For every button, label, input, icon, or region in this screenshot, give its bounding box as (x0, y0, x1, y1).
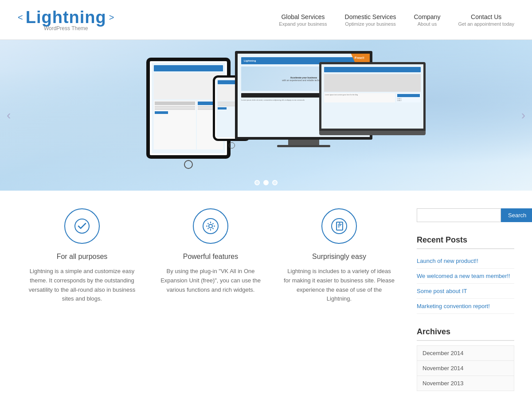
laptop-device: Lorem ipsum text content goes here for t… (319, 62, 426, 135)
feature-easy-title: Surprisingly easy (284, 253, 395, 261)
recent-posts-widget: Recent Posts Launch of new product!! We … (417, 235, 514, 314)
svg-point-2 (209, 224, 212, 228)
hero-dots (254, 180, 278, 185)
search-button[interactable]: Search (501, 208, 532, 222)
nav-item-0[interactable]: Global ServicesExpand your business (279, 13, 327, 27)
hero-slider: ‹ (0, 40, 532, 191)
archive-nov-2013[interactable]: November 2013 (417, 376, 514, 391)
logo-left-arrow: < (18, 12, 23, 23)
features-section: For all purposes Lightning is a simple a… (18, 208, 403, 391)
hero-dot-1[interactable] (254, 180, 260, 185)
hero-devices: Lightning Accelerate your businesswith a… (111, 49, 421, 182)
archive-nov-2014[interactable]: November 2014 (417, 360, 514, 376)
feature-easy: Surprisingly easy Lightning is includes … (275, 208, 403, 391)
sidebar: Search Recent Posts Launch of new produc… (417, 208, 514, 391)
feature-powerful-title: Powerful features (155, 253, 266, 261)
nav-item-1[interactable]: Domestic ServicesOptimize your business (345, 13, 396, 27)
logo-text: Lightning (26, 8, 106, 27)
header: < Lightning > WordPress Theme Global Ser… (0, 0, 532, 40)
logo-right-arrow: > (109, 12, 114, 23)
recent-posts-title: Recent Posts (417, 235, 514, 249)
nav-item-2[interactable]: CompanyAbout us (414, 13, 440, 27)
search-input[interactable] (417, 208, 501, 222)
hero-prev-arrow[interactable]: ‹ (7, 108, 11, 122)
archive-dec-2014[interactable]: December 2014 (417, 345, 514, 361)
logo: < Lightning > WordPress Theme (18, 8, 114, 31)
feature-easy-desc: Lightning is includes to a variety of id… (284, 267, 395, 304)
search-widget: Search (417, 208, 514, 222)
features-and-sidebar: For all purposes Lightning is a simple a… (0, 191, 532, 399)
svg-point-0 (75, 219, 89, 233)
feature-all-purposes-title: For all purposes (27, 253, 137, 261)
feature-powerful-desc: By using the plug-in "VK All in One Expa… (155, 267, 266, 294)
feature-all-purposes-desc: Lightning is a simple and customize easy… (27, 267, 137, 304)
recent-post-1[interactable]: Launch of new product!! (417, 254, 514, 269)
feature-document-icon (321, 208, 357, 244)
feature-checkmark-icon (64, 208, 100, 244)
recent-post-3[interactable]: Some post about IT (417, 284, 514, 299)
main-nav: Global ServicesExpand your businessDomes… (279, 13, 514, 27)
recent-post-4[interactable]: Marketing convention report! (417, 299, 514, 314)
feature-powerful: Powerful features By using the plug-in "… (146, 208, 275, 391)
archives-title: Archives (417, 327, 514, 341)
feature-gear-icon (193, 208, 228, 244)
hero-next-arrow[interactable]: › (521, 108, 525, 122)
hero-dot-3[interactable] (272, 180, 278, 185)
nav-item-3[interactable]: Contact UsGet an appointment today (458, 13, 514, 27)
logo-subtitle: WordPress Theme (18, 25, 114, 31)
hero-dot-2[interactable] (263, 180, 269, 185)
svg-point-3 (332, 219, 347, 234)
recent-post-2[interactable]: We welcomed a new team member!! (417, 269, 514, 284)
svg-point-1 (203, 219, 218, 234)
feature-all-purposes: For all purposes Lightning is a simple a… (18, 208, 146, 391)
archives-widget: Archives December 2014 November 2014 Nov… (417, 327, 514, 391)
